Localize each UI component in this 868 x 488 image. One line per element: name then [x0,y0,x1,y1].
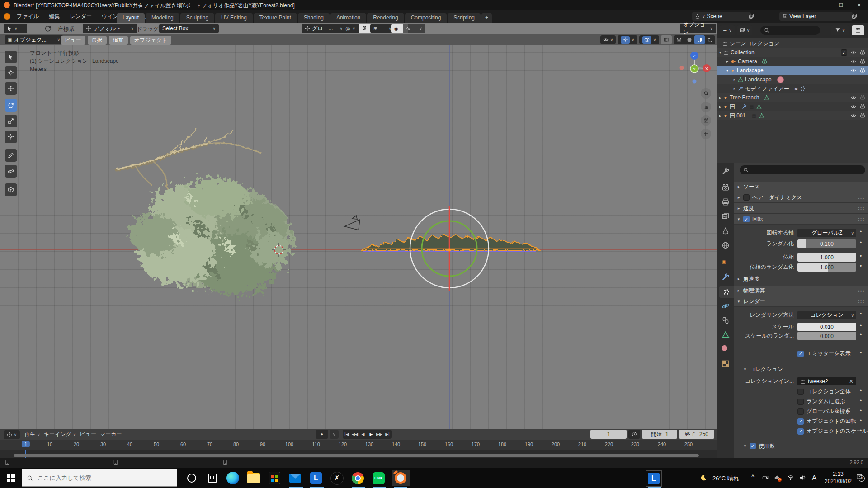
tab-particles-active[interactable] [719,286,734,298]
outliner-filter-dropdown[interactable]: ∨ [831,25,849,35]
edge-icon[interactable] [225,470,241,486]
outliner-row-collection[interactable]: ▾ Collection ✓ [717,48,868,57]
timeline-scrollbar[interactable] [14,454,699,457]
eye-icon[interactable] [851,50,856,55]
expand-icon[interactable]: ▸ [717,113,723,118]
menu-edit[interactable]: 編集 [44,10,65,23]
timeline-menu-playback[interactable]: 再生∨ [24,431,40,438]
camera-view-button[interactable] [701,115,711,126]
show-emitter-row[interactable]: ✓ エミッターを表示 [797,350,850,357]
tab-scripting[interactable]: Scripting [448,13,481,23]
start-button[interactable] [3,470,19,486]
section-use-count[interactable]: ▾ ✓ 使用数 [734,441,868,451]
next-keyframe-button[interactable]: ▶▶ [375,432,383,436]
close-button[interactable]: ✕ [850,0,868,10]
clear-collection-icon[interactable]: ✕ [849,378,854,385]
xbox-icon[interactable]: ✗ [329,470,344,486]
tab-render[interactable] [722,183,730,192]
outliner-row-circle-001[interactable]: ▸ ▼ 円.001 ▦ [717,111,868,120]
chrome-icon[interactable] [350,470,365,486]
view-layer-selector[interactable]: View Layer [779,12,853,21]
outliner-row-camera[interactable]: ▸ Camera [717,57,868,66]
outliner-search-input[interactable] [772,27,810,33]
tab-tool[interactable] [722,167,730,175]
tab-texture[interactable] [722,360,730,368]
section-hair-dynamics[interactable]: ▸ ヘアーダイナミクス ∷∷ [734,192,868,203]
render-visibility-icon[interactable] [860,50,865,55]
proportional-falloff-dropdown[interactable]: ∿∨ [403,24,425,33]
rotate-tool[interactable] [5,99,17,112]
maximize-button[interactable]: ☐ [832,0,850,10]
tab-constraints[interactable] [722,316,730,324]
render-visibility-icon[interactable] [860,113,865,118]
viewport-menu-object[interactable]: オブジェクト [130,36,172,45]
timeline-menu-view[interactable]: ビュー [80,431,96,438]
new-scene-icon[interactable] [749,14,754,19]
use-preview-range-toggle[interactable] [628,430,640,439]
section-rotation[interactable]: ▾ ✓ 回転 ∷∷ [734,214,868,225]
gizmos-toggle[interactable]: ∨ [618,35,637,44]
jump-to-end-button[interactable]: ▶| [383,432,392,436]
section-physics[interactable]: ▸物理演算 ∷∷ [734,286,868,296]
outliner-display-mode-dropdown[interactable]: ☰∨ [720,25,735,35]
play-reverse-button[interactable]: ◀ [359,432,367,436]
object-scale-row[interactable]: ✓ オブジェクトのスケール [797,427,868,435]
tab-uv-editing[interactable]: UV Editing [215,13,253,23]
transform-tool[interactable] [5,131,17,143]
scale-tool[interactable] [5,115,17,127]
animate-dot[interactable]: • [860,350,862,356]
drag-handle-icon[interactable]: ∷∷ [858,217,864,222]
pan-button[interactable] [701,102,711,112]
render-as-dropdown[interactable]: コレクション∨ [797,311,856,319]
mail-icon[interactable] [288,470,303,486]
animate-dot[interactable]: • [860,418,862,424]
drag-handle-icon[interactable]: ∷∷ [858,195,864,200]
select-box-tool[interactable] [5,51,17,63]
tab-compositing[interactable]: Compositing [405,13,447,23]
new-view-layer-icon[interactable] [852,14,857,19]
eye-icon[interactable] [851,95,856,100]
timeline-menu-marker[interactable]: マーカー [100,431,122,438]
overlays-toggle[interactable]: ∨ [639,35,659,44]
annotate-tool[interactable] [5,149,17,162]
whole-collection-row[interactable]: コレクション全体 [797,388,851,395]
ime-indicator[interactable]: A [812,474,816,481]
animate-dot[interactable]: • [860,323,862,329]
tab-sculpting[interactable]: Sculpting [180,13,214,23]
tab-modeling[interactable]: Modeling [146,13,179,23]
cursor-tool[interactable] [5,66,17,79]
eye-icon[interactable] [851,113,856,118]
tab-object[interactable]: ▣ [722,258,730,267]
cortana-button[interactable] [184,470,199,486]
outliner-row-modifiers[interactable]: ▸ モディファイアー ◙ [717,84,868,93]
tab-material[interactable] [722,345,730,353]
transform-pivot-dropdown[interactable]: デフォルト ∨ [83,24,137,33]
tab-rendering[interactable]: Rendering [367,13,404,23]
task-view-button[interactable] [205,470,220,486]
tab-texture-paint[interactable]: Texture Paint [254,13,297,23]
new-collection-button[interactable] [852,25,864,35]
options-dropdown[interactable]: オプション ∨ [680,24,716,33]
drag-mode-dropdown[interactable]: Select Box ∨ [159,24,219,33]
object-rotation-checkbox[interactable]: ✓ [797,418,804,425]
eye-icon[interactable] [851,59,856,64]
expand-icon[interactable]: ▸ [717,95,723,100]
phase-slider[interactable]: 1.000 [797,253,856,262]
scale-random-field[interactable]: 0.000 [797,332,856,340]
outliner-row-tree-branch[interactable]: ▸ ▼ Tree Branch [717,93,868,102]
timeline-content[interactable] [0,450,717,458]
tab-view-layer[interactable] [722,212,730,221]
global-coordinates-checkbox[interactable] [797,408,804,415]
ortho-toggle-button[interactable] [701,129,711,139]
tab-shading[interactable]: Shading [298,13,330,23]
onedrive-icon[interactable]: ⊘ [774,474,780,481]
expand-icon[interactable]: ▸ [731,86,738,91]
scale-field[interactable]: 0.010 [797,323,856,331]
volume-icon[interactable] [799,474,806,481]
hidden-icons-chevron[interactable]: ^ [751,474,755,481]
weather-moon-icon[interactable] [701,474,707,481]
add-workspace-button[interactable]: + [481,13,492,23]
animate-dot[interactable]: • [860,239,862,246]
l-app-window-button[interactable]: L [646,470,662,487]
meet-now-icon[interactable] [762,474,769,481]
